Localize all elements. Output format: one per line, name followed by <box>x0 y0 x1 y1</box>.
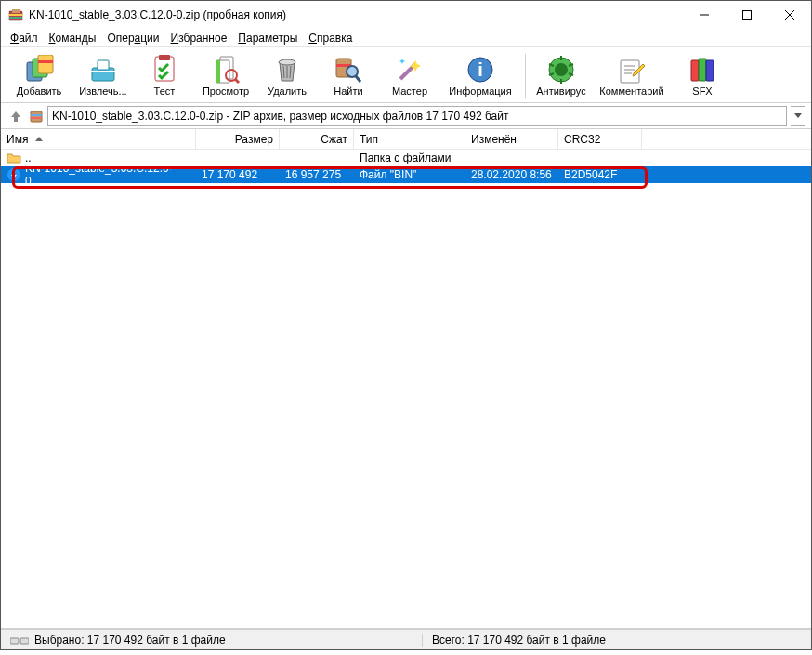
row-type: Файл "BIN" <box>354 168 465 181</box>
tool-delete[interactable]: Удалить <box>257 50 317 102</box>
svg-text:i: i <box>478 59 483 80</box>
tool-label: SFX <box>692 85 712 97</box>
svg-line-20 <box>235 79 239 83</box>
bin-file-icon <box>7 167 21 182</box>
svg-rect-15 <box>159 55 170 60</box>
wizard-icon <box>395 55 425 85</box>
col-type[interactable]: Тип <box>354 129 465 149</box>
tool-label: Комментарий <box>599 85 663 97</box>
status-total: Всего: 17 170 492 байт в 1 файле <box>432 634 606 647</box>
svg-rect-2 <box>9 14 22 16</box>
archive-stack-icon <box>24 55 54 85</box>
up-button[interactable] <box>7 107 25 125</box>
tool-find[interactable]: Найти <box>319 50 378 102</box>
app-icon <box>8 7 23 22</box>
svg-rect-51 <box>10 638 19 644</box>
disk-icon <box>10 635 29 645</box>
tool-label: Найти <box>334 85 362 97</box>
address-dropdown[interactable] <box>791 106 805 126</box>
tool-wizard[interactable]: Мастер <box>380 50 439 102</box>
svg-rect-46 <box>706 60 714 81</box>
search-icon <box>334 55 363 85</box>
minimize-button[interactable] <box>683 1 726 29</box>
tool-label: Удалить <box>268 85 307 97</box>
menubar: Файл Команды Операции Избранное Параметр… <box>1 29 811 47</box>
file-row-selected[interactable]: KN-1010_stable_3.03.C.12.0-0.... 17 170 … <box>1 166 811 183</box>
maximize-button[interactable] <box>726 1 768 29</box>
test-icon <box>150 55 179 85</box>
col-size[interactable]: Размер <box>196 129 280 149</box>
svg-rect-45 <box>699 59 706 81</box>
svg-rect-1 <box>12 9 20 13</box>
window-title: KN-1010_stable_3.03.C.12.0-0.zip (пробна… <box>29 8 683 21</box>
titlebar: KN-1010_stable_3.03.C.12.0-0.zip (пробна… <box>1 1 811 29</box>
svg-rect-5 <box>743 11 752 20</box>
tool-label: Антивирус <box>536 85 585 97</box>
trash-icon <box>272 55 302 85</box>
view-icon <box>211 55 241 85</box>
row-size: 17 170 492 <box>196 168 280 181</box>
svg-rect-13 <box>98 60 109 70</box>
menu-help[interactable]: Справка <box>303 30 358 46</box>
comment-icon <box>617 55 647 85</box>
address-bar: KN-1010_stable_3.03.C.12.0-0.zip - ZIP а… <box>1 103 811 129</box>
col-modified[interactable]: Изменён <box>465 129 558 149</box>
toolbar: Добавить Извлечь... Тест Просмотр Удалит… <box>1 47 811 103</box>
tool-extract[interactable]: Извлечь... <box>73 50 133 102</box>
sfx-icon <box>688 55 717 85</box>
svg-rect-48 <box>31 114 42 116</box>
tool-label: Добавить <box>17 85 62 97</box>
row-packed: 16 957 275 <box>280 168 354 181</box>
svg-rect-11 <box>38 60 53 63</box>
row-type: Папка с файлами <box>354 151 465 164</box>
tool-label: Мастер <box>392 85 427 97</box>
svg-rect-3 <box>9 17 22 19</box>
svg-rect-49 <box>31 117 42 119</box>
row-modified: 28.02.2020 8:56 <box>465 168 558 181</box>
address-path[interactable]: KN-1010_stable_3.03.C.12.0-0.zip - ZIP а… <box>47 106 787 126</box>
status-selected: Выбрано: 17 170 492 байт в 1 файле <box>34 634 226 647</box>
col-packed[interactable]: Сжат <box>280 129 354 149</box>
tool-add[interactable]: Добавить <box>7 50 72 102</box>
svg-rect-44 <box>691 60 699 81</box>
row-name: KN-1010_stable_3.03.C.12.0-0.... <box>25 162 190 188</box>
svg-point-27 <box>347 66 358 77</box>
file-list[interactable]: .. Папка с файлами KN-1010_stable_3.03.C… <box>1 150 811 629</box>
winrar-window: KN-1010_stable_3.03.C.12.0-0.zip (пробна… <box>0 0 812 650</box>
menu-commands[interactable]: Команды <box>44 30 102 46</box>
col-crc[interactable]: CRC32 <box>558 129 642 149</box>
tool-label: Информация <box>449 85 511 97</box>
tool-antivirus[interactable]: Антивирус <box>531 50 591 102</box>
tool-comment[interactable]: Комментарий <box>593 50 671 102</box>
svg-rect-10 <box>38 55 53 73</box>
svg-point-21 <box>279 59 295 65</box>
col-name[interactable]: Имя <box>1 129 196 149</box>
tool-view[interactable]: Просмотр <box>196 50 255 102</box>
tool-info[interactable]: i Информация <box>441 50 519 102</box>
svg-rect-18 <box>216 60 220 83</box>
column-headers: Имя Размер Сжат Тип Изменён CRC32 <box>1 129 811 150</box>
tool-label: Извлечь... <box>79 85 126 97</box>
tool-sfx[interactable]: SFX <box>673 50 732 102</box>
svg-rect-52 <box>20 638 29 644</box>
status-bar: Выбрано: 17 170 492 байт в 1 файле Всего… <box>1 629 811 649</box>
tool-label: Просмотр <box>203 85 249 97</box>
svg-line-28 <box>356 76 360 82</box>
menu-options[interactable]: Параметры <box>232 30 303 46</box>
antivirus-icon <box>546 55 576 85</box>
svg-rect-47 <box>31 111 42 122</box>
menu-file[interactable]: Файл <box>5 30 44 46</box>
toolbar-separator <box>525 54 526 98</box>
extract-icon <box>88 55 118 85</box>
menu-operations[interactable]: Операции <box>101 30 164 46</box>
row-crc: B2D5042F <box>558 168 642 181</box>
tool-test[interactable]: Тест <box>135 50 194 102</box>
svg-point-33 <box>555 63 568 76</box>
info-icon: i <box>465 55 495 85</box>
archive-icon <box>29 109 44 124</box>
menu-favorites[interactable]: Избранное <box>165 30 233 46</box>
tool-label: Тест <box>154 85 176 97</box>
close-button[interactable] <box>768 1 811 29</box>
